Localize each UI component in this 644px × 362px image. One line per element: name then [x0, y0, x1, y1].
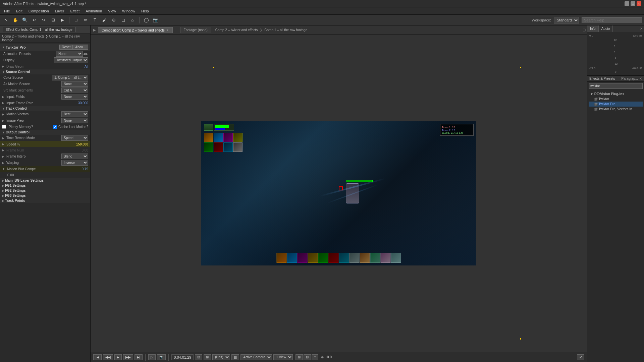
source-control-expand[interactable]: ▼	[2, 70, 5, 74]
tool-clone[interactable]: ⊕	[110, 16, 118, 24]
revision-plugins-group[interactable]: ▼ RE:Vision Plug-ins	[589, 92, 643, 97]
vc-quality-select[interactable]: (Half)(Full)	[212, 354, 230, 360]
frame-interp-select[interactable]: Blend	[61, 154, 88, 159]
frame-interp-expand[interactable]: ▶	[2, 155, 4, 158]
search-help-input[interactable]	[582, 17, 642, 23]
panel-close-btn[interactable]: ✕	[639, 25, 644, 32]
twixtor-pro-item[interactable]: 🎬 Twixtor Pro	[589, 102, 643, 107]
output-control-expand[interactable]: ▼	[2, 131, 5, 134]
workspace-select[interactable]: Standard	[554, 17, 579, 23]
tool-hand[interactable]: ✋	[11, 16, 19, 24]
tool-undo[interactable]: ↩	[30, 16, 38, 24]
vc-expand-btn[interactable]: ⤢	[577, 354, 584, 360]
input-fields-select[interactable]: None	[61, 94, 88, 100]
vc-grid[interactable]: ⊞	[204, 354, 211, 360]
tool-new-comp[interactable]: ⊞	[49, 16, 57, 24]
image-prep-select[interactable]: None	[61, 118, 88, 123]
cache-last-motion-checkbox[interactable]	[53, 125, 57, 129]
tool-render[interactable]: ▶	[58, 16, 66, 24]
tool-camera[interactable]: 📷	[152, 16, 160, 24]
viewport-timecode[interactable]: 0:04:01:29	[171, 354, 194, 360]
tool-text[interactable]: T	[91, 16, 99, 24]
fg2-settings-header[interactable]: ▶ FG2 Settings	[0, 188, 90, 193]
menu-composition[interactable]: Composition	[26, 8, 52, 14]
vc-safe-zones[interactable]: ⊡	[195, 354, 202, 360]
comp2-tab[interactable]: Composition: Comp 2 – twixtor and effect…	[98, 27, 173, 33]
animation-presets-select[interactable]: None	[56, 51, 83, 57]
paragraph-tab[interactable]: Paragrap...	[622, 77, 638, 80]
close-button[interactable]: ✕	[637, 1, 641, 6]
breadcrumb-comp2[interactable]: Comp 2 – twixtor and effects	[215, 28, 258, 32]
image-prep-expand[interactable]: ▶	[2, 119, 4, 122]
main-bg-expand[interactable]: ▶	[2, 179, 4, 182]
footage-tab[interactable]: Footage: (none)	[180, 27, 211, 33]
minimize-button[interactable]: ─	[625, 1, 629, 6]
effects-panel-close[interactable]: ✕	[639, 77, 642, 80]
tool-puppet[interactable]: ⌂	[128, 16, 137, 24]
plenty-memory-checkbox[interactable]	[2, 125, 6, 129]
track-points-expand[interactable]: ▶	[2, 199, 4, 202]
frame-num-expand[interactable]: ▶	[2, 148, 4, 152]
twixtor-item[interactable]: 🎬 Twixtor	[589, 97, 643, 102]
vc-expand[interactable]: ⤢	[577, 354, 584, 360]
time-remap-mode-expand[interactable]: ▶	[2, 136, 4, 140]
track-control-header[interactable]: ▼ Track Control	[0, 106, 90, 111]
menu-animation[interactable]: Animation	[83, 8, 105, 14]
vc-transport-forward[interactable]: ▶▶	[123, 354, 133, 360]
effects-presets-tab[interactable]: Effects & Presets	[589, 77, 622, 80]
menu-file[interactable]: File	[1, 8, 13, 14]
breadcrumb-comp1[interactable]: Comp 1 – all the raw footage	[264, 28, 307, 32]
comp2-tab-close[interactable]: ▼	[166, 28, 169, 32]
track-control-expand[interactable]: ▼	[2, 107, 5, 110]
motion-vectors-expand[interactable]: ▶	[2, 113, 4, 116]
vc-view-btn1[interactable]: ⊞	[296, 354, 303, 360]
fg3-settings-header[interactable]: ▶ FG3 Settings	[0, 193, 90, 198]
effects-search-input[interactable]	[589, 83, 643, 89]
fg1-settings-header[interactable]: ▶ FG1 Settings	[0, 183, 90, 188]
color-source-select[interactable]: 1: Comp 1 – all t...	[52, 75, 88, 80]
revision-plugins-expand[interactable]: ▼	[590, 92, 594, 96]
twixtor-expand[interactable]: ▼	[2, 46, 5, 49]
draw-geom-expand[interactable]: ▶	[2, 65, 4, 68]
speed-percent-expand[interactable]: ▶	[2, 142, 4, 146]
twixtor-reset-btn[interactable]: Reset	[59, 45, 73, 50]
vc-transport-back[interactable]: ◀◀	[103, 354, 113, 360]
vc-view-select[interactable]: Active Camera	[240, 354, 272, 360]
tool-rect[interactable]: □	[72, 16, 80, 24]
twixtor-about-btn[interactable]: Abou...	[73, 45, 88, 50]
effect-controls-tab[interactable]: Effect Controls: Comp 1 – all the raw fo…	[3, 27, 75, 32]
tool-redo[interactable]: ↪	[40, 16, 48, 24]
input-framerate-expand[interactable]: ▶	[2, 101, 4, 105]
vc-view-btn3[interactable]: □	[312, 354, 318, 360]
input-fields-expand[interactable]: ▶	[2, 95, 4, 99]
presets-prev[interactable]: ◀	[83, 52, 86, 56]
panel-expand-btn[interactable]: ⊟	[583, 28, 586, 32]
alt-motion-source-select[interactable]: None	[61, 81, 88, 87]
speed-percent-value[interactable]: 150.000	[76, 142, 88, 146]
fg1-expand[interactable]: ▶	[2, 184, 4, 187]
warping-select[interactable]: Inverse	[61, 160, 88, 166]
menu-layer[interactable]: Layer	[52, 8, 67, 14]
audio-tab[interactable]: Audio	[599, 25, 613, 32]
tool-zoom[interactable]: 🔍	[21, 16, 29, 24]
motion-blur-compe-value[interactable]: 0.75	[61, 167, 88, 171]
src-mark-segments-select[interactable]: Cut A	[61, 87, 88, 93]
info-tab[interactable]: Info	[587, 25, 599, 32]
tool-pen[interactable]: ✏	[82, 16, 90, 24]
presets-next[interactable]: ▶	[86, 52, 88, 56]
tool-paint[interactable]: 🖌	[100, 16, 108, 24]
vc-transport-end[interactable]: ▶|	[135, 354, 143, 360]
vc-ram-preview[interactable]: ▷	[148, 354, 156, 360]
vc-snapshot[interactable]: 📷	[157, 354, 166, 360]
fg3-expand[interactable]: ▶	[2, 194, 4, 197]
display-select[interactable]: Twixtored Output	[54, 57, 88, 63]
motion-blur-compe-expand[interactable]: ▼	[2, 167, 5, 171]
motion-vectors-select[interactable]: Best	[61, 111, 88, 117]
menu-effect[interactable]: Effect	[67, 8, 82, 14]
tool-roto[interactable]: ◯	[142, 16, 150, 24]
input-framerate-value[interactable]: 30.000	[61, 101, 88, 105]
track-points-header[interactable]: ▶ Track Points	[0, 198, 90, 203]
warping-expand[interactable]: ▶	[2, 161, 4, 165]
vc-transport-begin[interactable]: |◀	[93, 354, 102, 360]
tool-eraser[interactable]: ◻	[119, 16, 127, 24]
